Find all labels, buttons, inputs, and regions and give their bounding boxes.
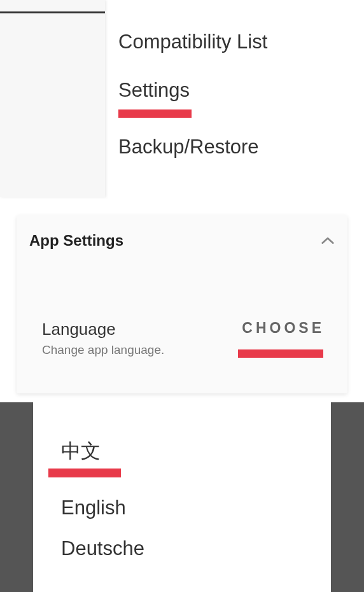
language-dialog-backdrop: 中文 English Deutsche: [0, 402, 364, 592]
choose-container: CHOOSE: [238, 320, 328, 358]
language-description: Change app language.: [42, 343, 238, 357]
chevron-up-icon[interactable]: [321, 234, 335, 248]
menu-item-settings[interactable]: Settings: [118, 73, 267, 108]
menu-list: Compatibility List Settings Backup/Resto…: [118, 24, 267, 178]
chinese-highlight: [48, 469, 121, 477]
language-dialog: 中文 English Deutsche: [33, 402, 331, 592]
sidebar-top-divider: [0, 11, 105, 13]
settings-highlight: [118, 109, 192, 118]
panel-header[interactable]: App Settings: [17, 215, 347, 262]
top-menu-section: Compatibility List Settings Backup/Resto…: [0, 0, 364, 197]
menu-item-compatibility[interactable]: Compatibility List: [118, 24, 267, 60]
language-option-english[interactable]: English: [61, 488, 303, 528]
language-setting-info: Language Change app language.: [42, 320, 238, 357]
language-setting-row: Language Change app language. CHOOSE: [17, 262, 347, 358]
language-option-deutsche[interactable]: Deutsche: [61, 528, 303, 569]
choose-highlight: [238, 349, 323, 358]
choose-button[interactable]: CHOOSE: [238, 320, 328, 337]
menu-item-backup[interactable]: Backup/Restore: [118, 129, 267, 165]
language-list: 中文 English Deutsche: [33, 402, 331, 569]
language-label: Language: [42, 320, 238, 339]
app-settings-panel: App Settings Language Change app languag…: [17, 215, 347, 393]
sidebar-panel: [0, 0, 105, 197]
language-option-chinese[interactable]: 中文: [61, 429, 303, 469]
panel-title: App Settings: [29, 232, 123, 250]
